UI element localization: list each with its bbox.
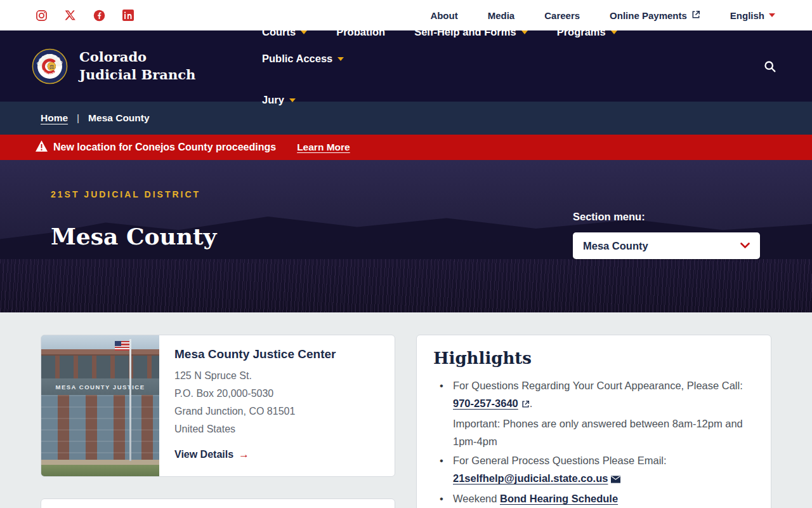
- chevron-down-icon: [740, 240, 750, 251]
- svg-text:⚖: ⚖: [49, 63, 55, 69]
- envelope-icon: [611, 471, 620, 488]
- page-content: MESA COUNTY JUSTICE Mesa County Justice …: [0, 312, 812, 508]
- warning-icon: [36, 140, 48, 154]
- highlight-note: Important: Phones are only answered betw…: [453, 415, 754, 450]
- location-card: MESA COUNTY JUSTICE Mesa County Justice …: [41, 335, 395, 477]
- location-title: Mesa County Justice Center: [174, 347, 336, 361]
- arrow-right-icon: →: [239, 448, 249, 461]
- address-line: United States: [174, 420, 336, 438]
- nav-item-courts[interactable]: Courts: [262, 26, 307, 38]
- caret-down-icon: [301, 30, 307, 34]
- hero-field-art: [0, 259, 812, 312]
- nav-item-jury[interactable]: Jury: [262, 94, 296, 106]
- address-line: 125 N Spruce St.: [174, 367, 336, 385]
- highlights-card: Highlights For Questions Regarding Your …: [416, 335, 771, 508]
- nav-item-public-access[interactable]: Public Access: [262, 53, 344, 65]
- courthouse-photo: MESA COUNTY JUSTICE: [41, 335, 159, 476]
- section-menu-value: Mesa County: [583, 240, 648, 252]
- external-link-icon: [521, 396, 530, 413]
- address-line: P.O. Box 20,000-5030: [174, 385, 336, 403]
- caret-down-icon: [611, 30, 617, 34]
- x-twitter-icon[interactable]: [65, 10, 76, 21]
- us-flag-art: [115, 341, 129, 351]
- breadcrumb-home-link[interactable]: Home: [41, 112, 68, 124]
- highlight-item: Weekend Bond Hearing Schedule: [433, 490, 754, 507]
- caret-down-icon: [337, 57, 344, 61]
- courthouse-sign-text: MESA COUNTY JUSTICE: [56, 384, 145, 391]
- main-navigation: ⚖ COLORADO COURTS Colorado Judicial Bran…: [0, 30, 812, 102]
- section-menu: Section menu: Mesa County: [573, 211, 760, 259]
- social-links: [36, 10, 134, 22]
- site-title[interactable]: Colorado Judicial Branch: [79, 48, 206, 84]
- highlights-list: For Questions Regarding Your Court Appea…: [433, 377, 754, 508]
- next-location-card-stub: [41, 498, 395, 508]
- nav-item-programs[interactable]: Programs: [557, 26, 617, 38]
- about-link[interactable]: About: [430, 10, 457, 21]
- breadcrumb-current: Mesa County: [88, 112, 149, 124]
- view-details-link[interactable]: View Details →: [174, 448, 336, 461]
- breadcrumb: Home | Mesa County: [0, 102, 812, 135]
- email-link[interactable]: 21selfhelp@judicial.state.co.us: [453, 472, 608, 484]
- colorado-courts-logo[interactable]: ⚖ COLORADO COURTS: [32, 48, 68, 84]
- instagram-icon[interactable]: [36, 10, 48, 22]
- careers-link[interactable]: Careers: [544, 10, 580, 21]
- bond-hearing-link[interactable]: Bond Hearing Schedule: [500, 493, 618, 504]
- section-menu-dropdown[interactable]: Mesa County: [573, 232, 760, 259]
- external-link-icon: [691, 10, 700, 21]
- linkedin-icon[interactable]: [122, 10, 134, 21]
- caret-down-icon: [289, 98, 296, 102]
- highlights-title: Highlights: [433, 349, 754, 368]
- page-title: Mesa County: [51, 223, 216, 250]
- breadcrumb-separator: |: [77, 112, 79, 124]
- caret-down-icon: [769, 13, 775, 17]
- hero-banner: 21ST JUDICIAL DISTRICT Mesa County Secti…: [0, 160, 812, 312]
- language-selector[interactable]: English: [730, 10, 775, 21]
- search-icon[interactable]: [763, 60, 776, 73]
- nav-item-self-help[interactable]: Self-Help and Forms: [414, 26, 527, 38]
- utility-links: About Media Careers Online Payments Engl…: [430, 10, 775, 21]
- alert-banner: New location for Conejos County proceedi…: [0, 135, 812, 160]
- flag-pole-art: [129, 339, 131, 461]
- highlight-item: For General Process Questions Please Ema…: [433, 451, 754, 488]
- section-menu-label: Section menu:: [573, 211, 760, 223]
- alert-message: New location for Conejos County proceedi…: [53, 142, 276, 153]
- online-payments-link[interactable]: Online Payments: [610, 10, 700, 21]
- nav-menu: Courts Probation Self-Help and Forms Pro…: [262, 26, 706, 106]
- location-address: 125 N Spruce St. P.O. Box 20,000-5030 Gr…: [174, 367, 336, 438]
- address-line: Grand Junction, CO 81501: [174, 403, 336, 420]
- phone-link[interactable]: 970-257-3640: [453, 398, 518, 409]
- highlight-item: For Questions Regarding Your Court Appea…: [433, 377, 754, 450]
- facebook-icon[interactable]: [93, 10, 105, 22]
- alert-learn-more-link[interactable]: Learn More: [297, 142, 350, 153]
- caret-down-icon: [521, 30, 528, 34]
- nav-item-probation[interactable]: Probation: [336, 26, 385, 38]
- media-link[interactable]: Media: [488, 10, 515, 21]
- district-eyebrow: 21ST JUDICIAL DISTRICT: [51, 189, 216, 199]
